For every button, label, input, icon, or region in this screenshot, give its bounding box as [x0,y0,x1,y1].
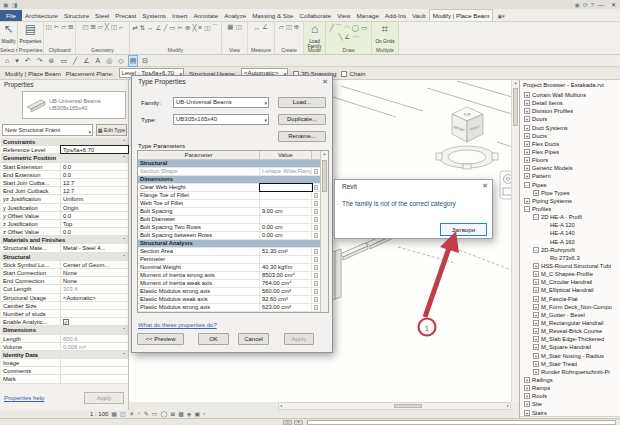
ribbon-tool-icon[interactable]: ◫ [204,24,210,32]
tree-expand-icon[interactable]: + [524,133,530,139]
ribbon-tool-icon[interactable]: ⋯ [352,33,359,41]
tree-expand-icon[interactable]: + [533,263,539,269]
view-control-icon[interactable]: ◫ [120,410,126,417]
tree-item-flex-pipes[interactable]: +Flex Pipes [520,148,620,156]
qat-icon[interactable]: ⊟ [141,56,149,66]
tree-expand-icon[interactable]: + [524,377,530,383]
tree-item-m-elliptical-handrail[interactable]: +M_Elliptical Handrail [520,286,620,294]
ribbon-tool-icon[interactable]: ⌒ [212,23,219,32]
palette-group-constraints[interactable]: Constraintsˆ [1,138,128,146]
ribbon-tool-icon[interactable]: ╲ [338,33,342,41]
associate-param-button[interactable] [314,265,318,270]
tree-expand-icon[interactable]: + [524,393,530,399]
view-scale[interactable]: 1 : 100 [90,411,108,417]
ribbon-tab-massing-site[interactable]: Massing & Site [249,10,296,21]
view-control-icon[interactable]: ◯ [160,410,167,417]
param-value[interactable]: I-shape Wide Flange [260,168,312,175]
tree-expand-icon[interactable]: + [524,116,530,122]
tree-expand-icon[interactable]: + [533,304,539,310]
ribbon-tab-vault[interactable]: Vault [409,10,429,21]
param-value[interactable]: 0.00 cm [260,232,312,239]
param-value[interactable]: 0.006 m³ [61,343,128,350]
tree-item-he-a-120[interactable]: HE-A 120 [520,221,620,229]
param-value[interactable]: 0.0 [61,212,128,219]
associate-param-button[interactable] [314,305,318,310]
ok-button[interactable]: OK [198,333,229,345]
view-control-icon[interactable]: ▦ [111,410,117,417]
qat-icon[interactable]: ◎ [105,56,113,66]
ribbon-tab-steel[interactable]: Steel [92,10,112,21]
status-bar-field[interactable] [307,420,616,425]
tree-collapse-icon[interactable]: − [533,247,539,253]
qat-icon[interactable]: ╱ [72,56,78,66]
param-value[interactable] [260,184,312,191]
ribbon-tool-icon[interactable]: ⊕ [294,23,299,31]
tree-item-doors[interactable]: +Doors [520,115,620,123]
tree-collapse-icon[interactable]: − [524,206,530,212]
ribbon-tool-icon[interactable]: ✂ [54,23,59,31]
param-value[interactable]: None [61,269,128,276]
view-control-icon[interactable]: ◑ [137,410,141,417]
close-icon[interactable]: ✕ [322,78,328,86]
tree-item-ramps[interactable]: +Ramps [520,384,620,392]
family-select[interactable]: UB-Universal Beams▾ [173,97,269,108]
tree-item-pipe-types[interactable]: +Pipe Types [520,189,620,197]
ribbon-tab-manage[interactable]: Manage [353,10,381,21]
param-value[interactable]: 764.00 cm⁴ [260,280,312,287]
param-value[interactable] [61,302,128,309]
ribbon-tab-annotate[interactable]: Annotate [190,10,221,21]
param-value[interactable]: 12.7 [61,187,128,194]
tree-item-division-profiles[interactable]: +Division Profiles [520,107,620,115]
param-value[interactable]: 0.0 [61,228,128,235]
tree-item-site[interactable]: +Site [520,400,620,408]
group-collapse-icon[interactable]: ˆ [120,351,128,358]
tree-item-m-slab-edge-thickened[interactable]: +M_Slab Edge-Thickened [520,335,620,343]
qat-icon[interactable]: ▤ [129,56,138,66]
ribbon-tool-icon[interactable]: ⌗ [382,23,389,36]
tree-item-m-stair-nosing-radius[interactable]: +M_Stair Nosing - Radius [520,352,620,360]
tree-item-m-fascia-flat[interactable]: +M_Fascia-Flat [520,295,620,303]
group-collapse-icon[interactable]: ˆ [120,326,128,333]
param-value[interactable] [260,192,312,199]
ribbon-tool-icon[interactable]: ◯ [352,24,359,32]
tree-item-duct-systems[interactable]: +Duct Systems [520,124,620,132]
param-value[interactable]: 0.00 cm [260,224,312,231]
view-control-icon[interactable]: ‹ [203,410,205,417]
view-control-icon[interactable]: ▭ [152,410,158,417]
ribbon-tool-icon[interactable]: ╳ [192,24,196,32]
tree-item-m-stair-tread[interactable]: +M_Stair Tread [520,360,620,368]
titlebar-icon[interactable]: ⟳ [583,2,588,8]
tree-expand-icon[interactable]: + [533,296,539,302]
view-control-icon[interactable]: ▩ [178,410,184,417]
param-value[interactable]: 12.7 [61,179,128,186]
associate-param-button[interactable] [314,281,318,286]
edit-type-button[interactable]: ▦ Edit Type [96,124,127,136]
qat-icon[interactable]: A [95,56,102,66]
tree-expand-icon[interactable]: + [524,149,530,155]
param-value[interactable]: 9.00 cm [260,208,312,215]
tree-item-m-c-shapes-profile[interactable]: +M_C Shapes-Profile [520,270,620,278]
param-value[interactable] [260,200,312,207]
cancel-button[interactable]: Cancel [238,333,269,345]
param-value[interactable]: 51.30 cm² [260,248,312,255]
ribbon-tool-icon[interactable]: ⌂ [311,23,318,36]
tree-item-m-square-handrail[interactable]: +M_Square Handrail [520,343,620,351]
tree-collapse-icon[interactable]: − [533,214,539,220]
ribbon-tab-analyze[interactable]: Analyze [221,10,249,21]
tree-expand-icon[interactable]: + [533,279,539,285]
ribbon-tool-icon[interactable]: ∠ [344,33,350,41]
palette-group-identity-data[interactable]: Identity Dataˆ [1,351,128,359]
tree-expand-icon[interactable]: + [533,287,539,293]
tree-expand-icon[interactable]: + [533,369,539,375]
tree-expand-icon[interactable]: + [524,92,530,98]
param-value[interactable]: Тръба+6.70 [61,146,128,153]
tree-expand-icon[interactable]: + [533,320,539,326]
param-value[interactable] [260,216,312,223]
tree-expand-icon[interactable]: + [533,336,539,342]
qat-icon[interactable]: ⌂ [4,56,10,66]
canvas-horizontal-scrollbar[interactable]: ◂ ▸ [278,402,511,410]
tree-item-floors[interactable]: +Floors [520,156,620,164]
group-collapse-icon[interactable]: ˆ [120,154,128,161]
close-dialog-button[interactable]: Затвори [440,223,487,236]
qat-icon[interactable]: ∠ [82,56,90,66]
